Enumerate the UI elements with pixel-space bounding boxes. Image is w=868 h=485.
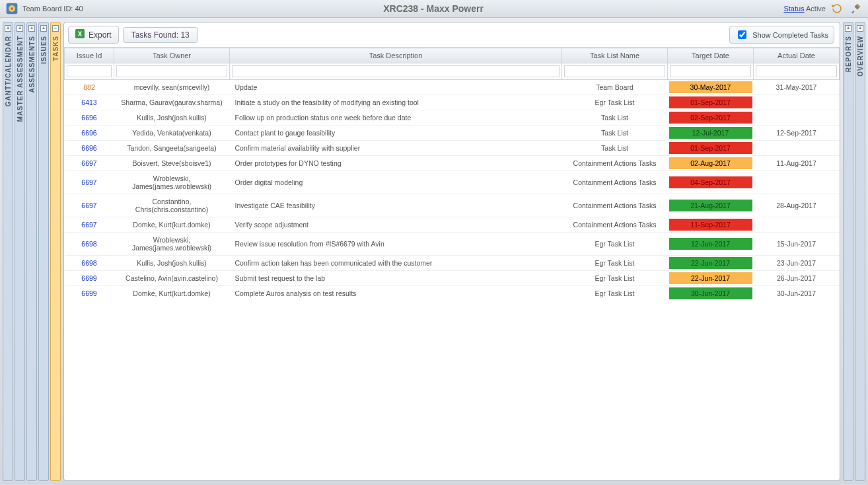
status-value: Active [806,5,826,13]
col-task-owner[interactable]: Task Owner [114,48,230,63]
tasks-table-wrap: Issue Id Task Owner Task Description Tas… [64,48,840,480]
issue-id-link[interactable]: 6696 [81,144,96,152]
table-row: 6696Tandon, Sangeeta(sangeeta)Confirm ma… [65,141,840,156]
issue-id-link[interactable]: 6697 [81,202,96,209]
table-row: 6697Domke, Kurt(kurt.domke)Verify scope … [65,217,840,233]
issue-id-link[interactable]: 6413 [81,98,96,106]
expand-icon[interactable]: + [17,25,23,32]
issue-id-link[interactable]: 6696 [81,114,96,122]
side-tab-assessments[interactable]: +ASSESSMENTS [26,22,37,481]
description-cell: Order digital modeling [230,171,562,194]
side-tab-issues[interactable]: +ISSUES [38,22,49,481]
target-date-chip: 12-Jul-2017 [669,127,752,139]
issue-id-link[interactable]: 6696 [81,129,96,137]
actual-date-cell: 12-Sep-2017 [754,126,840,141]
col-task-desc[interactable]: Task Description [230,48,562,63]
export-button[interactable]: Export [68,26,119,44]
description-cell: Follow up on production status one week … [230,110,562,126]
filter-list[interactable] [564,65,665,77]
target-date-chip: 12-Jun-2017 [669,238,752,250]
side-tab-reports[interactable]: +REPORTS [843,22,853,481]
settings-icon[interactable] [848,1,863,16]
list-cell: Egr Task List [562,286,668,301]
col-list-name[interactable]: Task List Name [562,48,668,63]
filter-row [65,63,840,80]
actual-date-cell [754,110,840,126]
target-date-chip: 30-May-2017 [669,81,752,93]
col-issue-id[interactable]: Issue Id [65,48,114,63]
owner-cell: Wroblewski, James(james.wroblewski) [114,233,230,256]
collapse-icon[interactable]: − [52,25,59,32]
table-row: 6699Domke, Kurt(kurt.domke)Complete Auro… [65,286,840,301]
description-cell: Confirm action taken has been communicat… [230,256,562,271]
side-tab-label: REPORTS [845,36,852,72]
toolbar: Export Tasks Found: 13 Show Completed Ta… [64,22,840,48]
list-cell: Task List [562,126,668,141]
actual-date-cell: 23-Jun-2017 [754,256,840,271]
side-tab-tasks[interactable]: −TASKS [50,22,61,481]
actual-date-cell: 28-Aug-2017 [754,194,840,217]
issue-id-link[interactable]: 6699 [81,274,96,282]
owner-cell: Domke, Kurt(kurt.domke) [114,217,230,233]
owner-cell: Domke, Kurt(kurt.domke) [114,286,230,301]
description-cell: Review issue resolution from #IS#6679 wi… [230,233,562,256]
issue-id-link[interactable]: 6697 [81,221,96,229]
actual-date-cell [754,217,840,233]
expand-icon[interactable]: + [857,25,863,32]
col-actual-date[interactable]: Actual Date [754,48,840,63]
issue-id-link[interactable]: 6699 [81,289,96,297]
target-date-chip: 01-Sep-2017 [669,96,752,108]
filter-target[interactable] [670,65,751,77]
table-row: 6696Yedida, Venkata(venkata)Contact plan… [65,126,840,141]
list-cell: Egr Task List [562,233,668,256]
filter-actual[interactable] [756,65,837,77]
col-target-date[interactable]: Target Date [668,48,754,63]
list-cell: Task List [562,141,668,156]
owner-cell: Kullis, Josh(josh.kullis) [114,110,230,126]
list-cell: Containment Actions Tasks [562,156,668,171]
description-cell: Complete Auros analysis on test results [230,286,562,301]
excel-icon [75,29,85,40]
show-completed-checkbox[interactable] [738,30,746,39]
actual-date-cell: 30-Jun-2017 [754,286,840,301]
actual-date-cell [754,95,840,110]
filter-owner[interactable] [116,65,227,77]
description-cell: Initiate a study on the feasibility of m… [230,95,562,110]
tasks-panel: Export Tasks Found: 13 Show Completed Ta… [63,22,840,481]
owner-cell: mcevilly, sean(smcevilly) [114,80,230,95]
table-row: 6697Boisvert, Steve(sboisve1)Order proto… [65,156,840,171]
target-date-chip: 11-Sep-2017 [669,219,752,231]
side-tab-overview[interactable]: +OVERVIEW [855,22,865,481]
issue-id-link[interactable]: 6697 [81,178,96,186]
export-label: Export [89,30,112,40]
show-completed-label: Show Completed Tasks [752,31,828,39]
expand-icon[interactable]: + [845,25,851,32]
actual-date-cell: 26-Jun-2017 [754,271,840,286]
actual-date-cell [754,141,840,156]
owner-cell: Kullis, Josh(josh.kullis) [114,256,230,271]
issue-id-link[interactable]: 6698 [81,240,96,248]
expand-icon[interactable]: + [40,25,47,32]
table-row: 6697Constantino, Chris(chris.constantino… [65,194,840,217]
description-cell: Investigate CAE feasibility [230,194,562,217]
side-tab-master-assessment[interactable]: +MASTER ASSESSMENT [15,22,25,481]
target-date-chip: 02-Sep-2017 [669,112,752,124]
target-date-chip: 30-Jun-2017 [669,287,752,299]
show-completed-toggle[interactable]: Show Completed Tasks [729,26,834,44]
left-rail: +GANTT/CALENDAR+MASTER ASSESSMENT+ASSESS… [0,18,62,485]
filter-issue-id[interactable] [67,65,112,77]
expand-icon[interactable]: + [28,25,35,32]
status-link[interactable]: Status [783,5,804,13]
issue-id-link[interactable]: 6698 [81,259,96,267]
table-row: 6697Wroblewski, James(james.wroblewski)O… [65,171,840,194]
issue-id-link[interactable]: 6697 [81,159,96,167]
description-cell: Update [230,80,562,95]
side-tab-gantt-calendar[interactable]: +GANTT/CALENDAR [3,22,13,481]
target-date-chip: 22-Jun-2017 [669,272,752,284]
tasks-table: Issue Id Task Owner Task Description Tas… [64,48,840,301]
right-rail: +REPORTS+OVERVIEW [842,18,868,485]
list-cell: Team Board [562,80,668,95]
filter-desc[interactable] [232,65,560,77]
refresh-icon[interactable] [830,1,844,16]
expand-icon[interactable]: + [5,25,11,32]
